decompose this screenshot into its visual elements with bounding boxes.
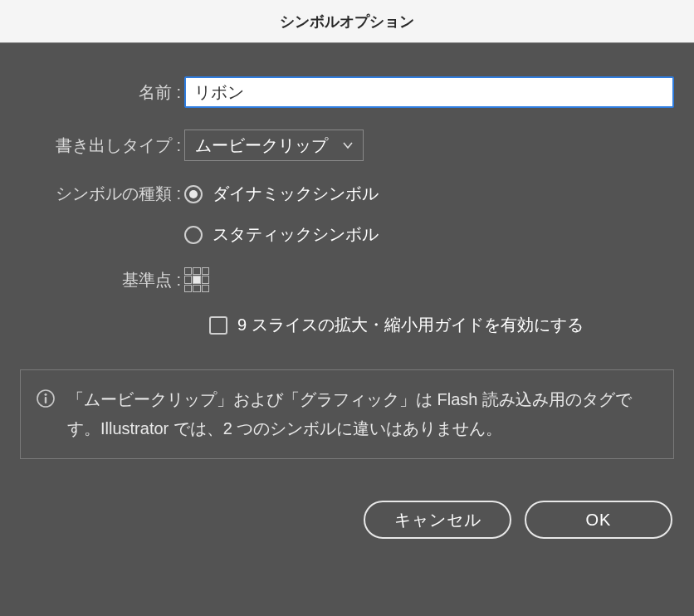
nine-slice-checkbox[interactable]: 9 スライスの拡大・縮小用ガイドを有効にする [209, 314, 584, 336]
dialog-content: 名前 : 書き出しタイプ : ムービークリップ シンボルの種類 : ダイナミック… [0, 43, 694, 555]
info-box: 「ムービークリップ」および「グラフィック」は Flash 読み込み用のタグです。… [20, 369, 674, 459]
radio-dynamic-label: ダイナミックシンボル [213, 183, 379, 205]
reg-cell[interactable] [193, 267, 200, 275]
name-label: 名前 : [18, 81, 184, 104]
reg-cell[interactable] [184, 267, 192, 275]
reg-cell[interactable] [184, 285, 192, 292]
registration-label: 基準点 : [18, 269, 184, 291]
row-nine-slice: 9 スライスの拡大・縮小用ガイドを有効にする [18, 314, 676, 336]
nine-slice-label: 9 スライスの拡大・縮小用ガイドを有効にする [237, 314, 584, 336]
svg-rect-2 [45, 397, 46, 403]
radio-icon [184, 226, 203, 244]
row-export-type: 書き出しタイプ : ムービークリップ [18, 130, 676, 161]
svg-point-1 [45, 394, 47, 396]
cancel-button[interactable]: キャンセル [364, 501, 511, 539]
radio-static-symbol[interactable]: スタティックシンボル [184, 223, 379, 246]
export-type-select[interactable]: ムービークリップ [184, 130, 364, 161]
radio-static-label: スタティックシンボル [213, 223, 379, 246]
name-input[interactable] [184, 76, 674, 108]
export-type-label: 書き出しタイプ : [18, 134, 184, 157]
checkbox-icon [209, 316, 227, 335]
export-type-value: ムービークリップ [195, 134, 328, 157]
symbol-type-radios: ダイナミックシンボル スタティックシンボル [184, 183, 379, 246]
radio-icon [184, 185, 203, 203]
row-symbol-type: シンボルの種類 : ダイナミックシンボル スタティックシンボル [18, 183, 676, 246]
reg-cell[interactable] [184, 276, 192, 283]
dialog-titlebar: シンボルオプション [0, 0, 694, 43]
symbol-type-label: シンボルの種類 : [18, 183, 184, 205]
chevron-down-icon [343, 140, 353, 150]
info-icon [36, 389, 56, 408]
row-registration: 基準点 : [18, 267, 676, 292]
row-name: 名前 : [18, 76, 676, 108]
reg-cell[interactable] [202, 267, 209, 275]
reg-cell[interactable] [202, 276, 209, 283]
registration-grid[interactable] [184, 267, 209, 292]
info-text: 「ムービークリップ」および「グラフィック」は Flash 読み込み用のタグです。… [67, 385, 658, 443]
dialog-title: シンボルオプション [280, 12, 414, 32]
ok-button[interactable]: OK [525, 501, 672, 539]
radio-dynamic-symbol[interactable]: ダイナミックシンボル [184, 183, 379, 205]
button-row: キャンセル OK [18, 501, 676, 539]
reg-cell[interactable] [193, 285, 200, 292]
reg-cell-selected[interactable] [193, 276, 200, 283]
reg-cell[interactable] [202, 285, 209, 292]
